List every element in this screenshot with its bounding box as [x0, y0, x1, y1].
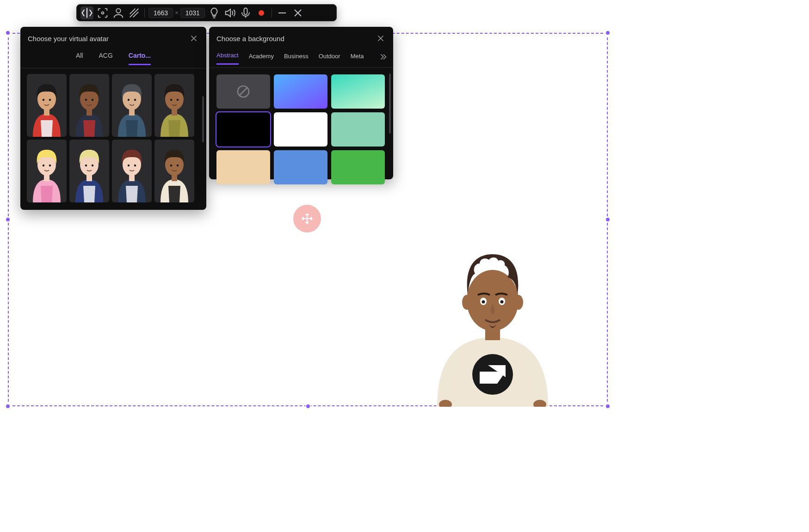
background-scrollbar[interactable] — [389, 73, 391, 134]
tab-academy[interactable]: Academy — [249, 50, 274, 64]
resize-handle-bottom-right[interactable] — [605, 404, 611, 409]
bg-swatch[interactable] — [331, 112, 385, 147]
microphone-icon[interactable] — [239, 6, 252, 19]
avatar-panel-close-icon[interactable] — [189, 33, 199, 43]
tab-acg[interactable]: ACG — [99, 49, 112, 65]
svg-point-1 — [116, 8, 120, 12]
avatar-thumb[interactable] — [69, 140, 109, 202]
resize-handle-top-right[interactable] — [605, 30, 611, 36]
svg-point-32 — [92, 165, 93, 166]
record-dot-icon — [259, 10, 264, 16]
avatar-panel-header: Choose your virtual avatar — [20, 27, 206, 49]
bg-swatch[interactable] — [274, 112, 327, 147]
times-icon: × — [175, 9, 179, 16]
avatar-scrollbar[interactable] — [202, 96, 204, 142]
svg-point-54 — [500, 300, 504, 304]
move-handle[interactable] — [293, 205, 321, 232]
background-panel-close-icon[interactable] — [376, 33, 386, 43]
record-button[interactable] — [255, 6, 268, 19]
avatar-thumb[interactable] — [154, 140, 194, 202]
svg-point-31 — [85, 165, 87, 166]
separator — [144, 8, 145, 18]
svg-point-11 — [85, 99, 87, 101]
bg-swatch[interactable] — [331, 74, 385, 109]
dimensions-readout: 1663 × 1031 — [148, 8, 205, 18]
background-grid — [209, 68, 393, 191]
avatar-panel-title: Choose your virtual avatar — [28, 35, 109, 43]
svg-point-42 — [177, 165, 179, 166]
svg-point-53 — [482, 300, 485, 304]
tab-all[interactable]: All — [76, 49, 83, 65]
tab-outdoor[interactable]: Outdoor — [319, 50, 340, 64]
svg-rect-2 — [244, 8, 247, 14]
bg-swatch[interactable] — [216, 150, 270, 184]
svg-point-36 — [128, 165, 130, 166]
recorder-toolbar: 1663 × 1031 — [76, 4, 337, 21]
tab-business[interactable]: Business — [284, 50, 309, 64]
svg-point-22 — [177, 99, 179, 101]
avatar-panel: Choose your virtual avatar All ACG Carto… — [20, 27, 206, 210]
svg-point-21 — [170, 99, 172, 101]
focus-icon[interactable] — [96, 6, 109, 19]
tab-abstract[interactable]: Abstract — [216, 49, 239, 65]
no-background-icon — [236, 84, 251, 99]
svg-point-12 — [92, 99, 93, 101]
svg-point-27 — [49, 165, 51, 166]
width-value[interactable]: 1663 — [148, 8, 173, 18]
lightbulb-icon[interactable] — [208, 6, 221, 19]
bg-swatch[interactable] — [216, 112, 270, 147]
svg-point-0 — [102, 12, 104, 14]
minimize-icon[interactable] — [276, 6, 289, 19]
resize-handle-top-left[interactable] — [5, 30, 11, 36]
background-panel-title: Choose a background — [216, 35, 284, 43]
avatar-thumb[interactable] — [112, 74, 152, 137]
avatar-grid — [20, 68, 206, 209]
background-tabs: Abstract Academy Business Outdoor Meta — [209, 49, 393, 68]
background-panel: Choose a background Abstract Academy Bus… — [209, 27, 393, 179]
avatar-tabs: All ACG Carto... — [20, 49, 206, 68]
svg-point-17 — [134, 99, 136, 101]
avatar-thumb[interactable] — [27, 74, 67, 137]
resize-handle-mid-left[interactable] — [5, 217, 11, 222]
svg-point-7 — [49, 99, 51, 101]
bg-swatch[interactable] — [274, 150, 327, 184]
svg-point-49 — [462, 295, 471, 310]
avatar-icon[interactable] — [112, 6, 125, 19]
tab-meta[interactable]: Meta — [351, 50, 364, 64]
height-value[interactable]: 1031 — [180, 8, 205, 18]
svg-point-41 — [170, 165, 172, 166]
svg-point-6 — [43, 99, 44, 101]
bg-swatch[interactable] — [274, 74, 327, 109]
resize-handle-bottom-left[interactable] — [5, 404, 11, 409]
resize-handle-mid-right[interactable] — [605, 217, 611, 222]
bg-none[interactable] — [216, 74, 270, 109]
speaker-icon[interactable] — [223, 6, 236, 19]
svg-point-50 — [514, 295, 523, 310]
separator — [272, 8, 272, 18]
avatar-thumb[interactable] — [69, 74, 109, 137]
close-icon[interactable] — [291, 6, 304, 19]
avatar-thumb[interactable] — [27, 140, 67, 202]
resize-handle-mid-bottom[interactable] — [305, 404, 311, 409]
svg-point-37 — [134, 165, 136, 166]
avatar-thumb[interactable] — [112, 140, 152, 202]
move-icon — [301, 213, 313, 225]
svg-point-16 — [128, 99, 130, 101]
mirror-icon[interactable] — [80, 6, 93, 19]
background-panel-header: Choose a background — [209, 27, 393, 49]
tab-cartoon[interactable]: Carto... — [129, 49, 151, 65]
stage-avatar[interactable] — [428, 236, 557, 407]
texture-icon[interactable] — [128, 6, 141, 19]
avatar-thumb[interactable] — [154, 74, 194, 137]
bg-swatch[interactable] — [331, 150, 385, 184]
more-tabs-icon[interactable] — [377, 52, 388, 62]
svg-point-26 — [43, 165, 44, 166]
